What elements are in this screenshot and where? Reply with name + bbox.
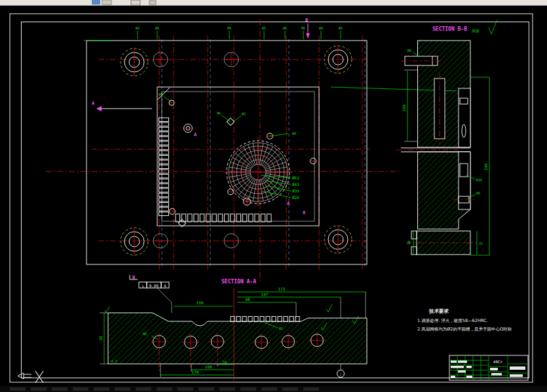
title-block-text-blobs: [510, 366, 525, 370]
feature-label: Ø5: [242, 112, 246, 116]
taskbar-button[interactable]: [303, 387, 319, 391]
taskbar-button[interactable]: [10, 387, 26, 391]
dim-172: 172: [278, 287, 286, 291]
hole-callout-label: Ø8: [136, 26, 140, 30]
dim-34: 34: [223, 360, 227, 364]
bb-bar-dim-label: 30: [407, 241, 411, 245]
bb-bore-band-upper: [459, 88, 470, 147]
toolbar-icon[interactable]: [149, 1, 156, 5]
pin-label: Ø6: [407, 48, 411, 52]
gdt-tolerance: 0.05: [149, 283, 159, 288]
taskbar-button[interactable]: [240, 387, 256, 391]
title-block-text-blobs: [510, 374, 523, 377]
hole-callout-label: Ø6: [283, 26, 287, 30]
cad-application-window: Ø62Ø41Ø35Ø20 Ø6 M6 Ø5 Ø8 A A A: [0, 0, 547, 392]
roughness-other-label: 其余: [472, 28, 480, 33]
fan-diameter-label: Ø20: [292, 195, 299, 200]
gdt-datum: A: [164, 283, 166, 288]
dim-100: 100: [205, 365, 212, 369]
toolbar-icon[interactable]: [102, 0, 111, 5]
bb-bore-band-lower: [459, 152, 470, 209]
dim-170: 170: [192, 370, 199, 374]
taskbar-button[interactable]: [198, 387, 214, 391]
hole-callout-label: M6: [301, 26, 305, 30]
taskbar-button[interactable]: [178, 387, 193, 391]
title-block-text-blobs: [458, 361, 467, 363]
notes-line2: 2.风扇网格均为Ø2的半圆槽，且关于圆中心O对称: [417, 327, 512, 332]
taskbar-button[interactable]: [73, 387, 88, 391]
hole-callout-label: Ø8: [319, 26, 323, 30]
bb-hole-label: Ø10: [476, 178, 482, 182]
notes-line1: 1.调质处理. 淬火，硬度58—62HRC.: [417, 318, 488, 323]
title-block-text-blobs: [451, 366, 464, 368]
title-block-text-blobs: [466, 366, 472, 368]
hole-callout-label: Ø6: [155, 26, 159, 30]
title-block-text-blobs: [451, 376, 455, 378]
dim-20: 20: [98, 336, 103, 341]
title-block-text-blobs: [451, 361, 457, 363]
bb-left-dim-label: 160: [402, 104, 406, 111]
bb-slot: [434, 73, 445, 144]
toolbar-strip: [0, 0, 547, 6]
bb-hole-label: Ø8: [476, 191, 480, 195]
taskbar-button[interactable]: [157, 387, 172, 391]
surface-callout: 6.3: [111, 359, 117, 363]
taskbar-button[interactable]: [219, 387, 235, 391]
hole-callout-label: Ø5: [262, 26, 266, 30]
taskbar-button[interactable]: [94, 387, 109, 391]
marker-b: B: [305, 18, 308, 23]
cad-canvas[interactable]: Ø62Ø41Ø35Ø20 Ø6 M6 Ø5 Ø8 A A A: [0, 0, 547, 392]
toolbar-icon[interactable]: [92, 0, 100, 5]
slot-callout: Ø2: [279, 327, 283, 330]
section-bb-title: SECTION B-B: [432, 26, 467, 32]
feature-label: Ø8: [292, 132, 296, 135]
title-block-text-blobs: [491, 373, 502, 376]
feature-label: Ø6: [159, 92, 163, 96]
title-block-text-blobs: [458, 370, 466, 373]
datum-b-label: B: [132, 275, 135, 280]
material-label: 40Cr: [493, 359, 503, 364]
hole-callout-label: Ø5: [339, 26, 343, 30]
title-block-text-blobs: [466, 376, 472, 378]
taskbar-strip[interactable]: [0, 386, 547, 392]
section-aa-title: SECTION A-A: [221, 279, 256, 285]
fan-diameter-label: Ø35: [292, 188, 299, 193]
taskbar-button[interactable]: [52, 387, 67, 391]
dim-68: 68: [245, 297, 250, 302]
dim-147: 147: [261, 292, 269, 296]
taskbar-button[interactable]: [31, 387, 47, 391]
title-block-text-blobs: [490, 368, 498, 370]
taskbar-button[interactable]: [282, 387, 298, 391]
hole-callout-label: M8: [227, 26, 231, 30]
gdt-symbol: ⊥: [141, 283, 144, 288]
taskbar-button[interactable]: [136, 387, 151, 391]
thread-callout: M8: [143, 332, 147, 336]
taskbar-buttons[interactable]: [10, 387, 319, 391]
fan-diameter-label: Ø62: [292, 175, 299, 180]
toolbar-icon[interactable]: [131, 0, 140, 5]
feature-label: M6: [217, 111, 221, 115]
balloon-number: 1: [339, 372, 341, 376]
bb-right-dim-label: 240: [483, 163, 488, 170]
taskbar-button[interactable]: [261, 387, 277, 391]
taskbar-button[interactable]: [115, 387, 130, 391]
fan-diameter-label: Ø41: [292, 182, 299, 187]
dim-150: 150: [197, 300, 204, 305]
notes-header: 技术要求: [428, 308, 449, 314]
toolbar-strip: [0, 0, 547, 5]
bb-bar-dim-label: 25: [479, 241, 483, 245]
